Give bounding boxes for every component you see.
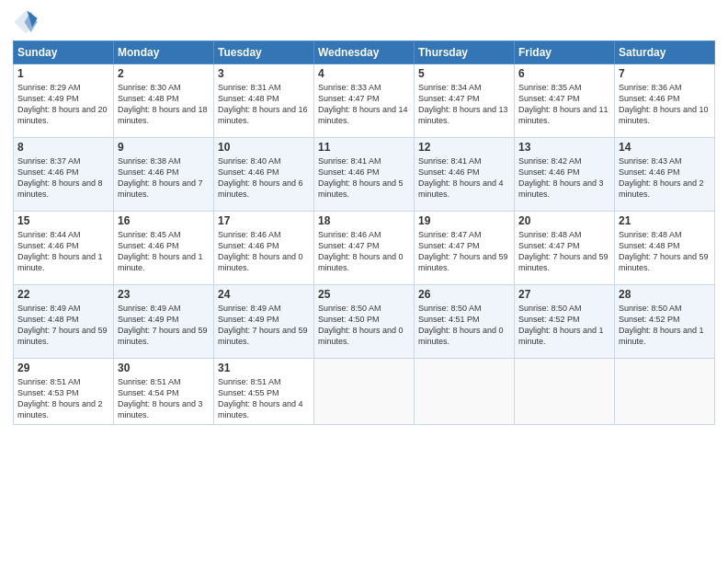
week-row-1: 1Sunrise: 8:29 AMSunset: 4:49 PMDaylight… (14, 64, 715, 138)
calendar-cell: 18Sunrise: 8:46 AMSunset: 4:47 PMDayligh… (314, 212, 415, 285)
calendar-cell: 8Sunrise: 8:37 AMSunset: 4:46 PMDaylight… (14, 138, 114, 212)
cell-info: Sunrise: 8:46 AMSunset: 4:47 PMDaylight:… (318, 229, 410, 274)
calendar-cell: 25Sunrise: 8:50 AMSunset: 4:50 PMDayligh… (314, 285, 415, 359)
cell-info: Sunrise: 8:40 AMSunset: 4:46 PMDaylight:… (218, 155, 310, 201)
day-header-sunday: Sunday (14, 41, 114, 64)
calendar-cell: 30Sunrise: 8:51 AMSunset: 4:54 PMDayligh… (114, 359, 214, 425)
day-header-row: SundayMondayTuesdayWednesdayThursdayFrid… (14, 41, 715, 64)
cell-info: Sunrise: 8:31 AMSunset: 4:48 PMDaylight:… (218, 82, 310, 127)
calendar-cell: 21Sunrise: 8:48 AMSunset: 4:48 PMDayligh… (615, 212, 715, 285)
calendar-cell (615, 359, 715, 425)
day-header-saturday: Saturday (615, 41, 715, 64)
calendar-cell: 16Sunrise: 8:45 AMSunset: 4:46 PMDayligh… (114, 212, 214, 285)
day-number: 28 (619, 288, 711, 301)
day-number: 8 (17, 141, 109, 154)
calendar-cell: 29Sunrise: 8:51 AMSunset: 4:53 PMDayligh… (14, 359, 114, 425)
calendar-cell: 2Sunrise: 8:30 AMSunset: 4:48 PMDaylight… (114, 64, 214, 138)
day-number: 29 (17, 362, 109, 374)
cell-info: Sunrise: 8:51 AMSunset: 4:55 PMDaylight:… (218, 376, 310, 421)
calendar-cell: 12Sunrise: 8:41 AMSunset: 4:46 PMDayligh… (415, 138, 515, 212)
day-number: 11 (318, 141, 410, 154)
day-number: 25 (318, 288, 410, 301)
cell-info: Sunrise: 8:50 AMSunset: 4:52 PMDaylight:… (518, 303, 610, 348)
calendar-cell: 11Sunrise: 8:41 AMSunset: 4:46 PMDayligh… (314, 138, 415, 212)
cell-info: Sunrise: 8:48 AMSunset: 4:48 PMDaylight:… (619, 229, 711, 274)
calendar-cell: 3Sunrise: 8:31 AMSunset: 4:48 PMDaylight… (214, 64, 314, 138)
cell-info: Sunrise: 8:49 AMSunset: 4:48 PMDaylight:… (17, 303, 109, 348)
day-header-thursday: Thursday (415, 41, 515, 64)
day-number: 6 (518, 67, 610, 80)
cell-info: Sunrise: 8:49 AMSunset: 4:49 PMDaylight:… (218, 303, 310, 348)
cell-info: Sunrise: 8:37 AMSunset: 4:46 PMDaylight:… (17, 155, 109, 201)
cell-info: Sunrise: 8:48 AMSunset: 4:47 PMDaylight:… (518, 229, 610, 274)
day-number: 5 (418, 67, 510, 80)
calendar-cell: 9Sunrise: 8:38 AMSunset: 4:46 PMDaylight… (114, 138, 214, 212)
calendar-cell (314, 359, 415, 425)
calendar-cell: 17Sunrise: 8:46 AMSunset: 4:46 PMDayligh… (214, 212, 314, 285)
week-row-3: 15Sunrise: 8:44 AMSunset: 4:46 PMDayligh… (14, 212, 715, 285)
week-row-5: 29Sunrise: 8:51 AMSunset: 4:53 PMDayligh… (14, 359, 715, 425)
calendar-cell: 28Sunrise: 8:50 AMSunset: 4:52 PMDayligh… (615, 285, 715, 359)
day-number: 12 (418, 141, 510, 154)
cell-info: Sunrise: 8:47 AMSunset: 4:47 PMDaylight:… (418, 229, 510, 274)
day-number: 20 (518, 214, 610, 227)
cell-info: Sunrise: 8:41 AMSunset: 4:46 PMDaylight:… (318, 155, 410, 201)
calendar-cell (515, 359, 615, 425)
calendar-cell (415, 359, 515, 425)
day-number: 26 (418, 288, 510, 301)
day-number: 4 (318, 67, 410, 80)
day-number: 24 (218, 288, 310, 301)
day-number: 17 (218, 214, 310, 227)
day-number: 7 (619, 67, 711, 80)
day-number: 30 (118, 362, 210, 374)
cell-info: Sunrise: 8:41 AMSunset: 4:46 PMDaylight:… (418, 155, 510, 201)
calendar-cell: 7Sunrise: 8:36 AMSunset: 4:46 PMDaylight… (615, 64, 715, 138)
day-header-wednesday: Wednesday (314, 41, 415, 64)
calendar-cell: 10Sunrise: 8:40 AMSunset: 4:46 PMDayligh… (214, 138, 314, 212)
cell-info: Sunrise: 8:51 AMSunset: 4:53 PMDaylight:… (17, 376, 109, 421)
day-number: 1 (17, 67, 109, 80)
calendar-cell: 4Sunrise: 8:33 AMSunset: 4:47 PMDaylight… (314, 64, 415, 138)
day-number: 16 (118, 214, 210, 227)
calendar-cell: 13Sunrise: 8:42 AMSunset: 4:46 PMDayligh… (515, 138, 615, 212)
cell-info: Sunrise: 8:35 AMSunset: 4:47 PMDaylight:… (518, 82, 610, 127)
calendar-cell: 6Sunrise: 8:35 AMSunset: 4:47 PMDaylight… (515, 64, 615, 138)
cell-info: Sunrise: 8:50 AMSunset: 4:52 PMDaylight:… (619, 303, 711, 348)
cell-info: Sunrise: 8:46 AMSunset: 4:46 PMDaylight:… (218, 229, 310, 274)
day-number: 14 (619, 141, 711, 154)
day-number: 19 (418, 214, 510, 227)
day-number: 27 (518, 288, 610, 301)
cell-info: Sunrise: 8:42 AMSunset: 4:46 PMDaylight:… (518, 155, 610, 201)
day-number: 2 (118, 67, 210, 80)
cell-info: Sunrise: 8:38 AMSunset: 4:46 PMDaylight:… (118, 155, 210, 201)
logo (13, 9, 42, 35)
calendar-cell: 23Sunrise: 8:49 AMSunset: 4:49 PMDayligh… (114, 285, 214, 359)
calendar-cell: 24Sunrise: 8:49 AMSunset: 4:49 PMDayligh… (214, 285, 314, 359)
week-row-4: 22Sunrise: 8:49 AMSunset: 4:48 PMDayligh… (14, 285, 715, 359)
day-number: 9 (118, 141, 210, 154)
cell-info: Sunrise: 8:36 AMSunset: 4:46 PMDaylight:… (619, 82, 711, 127)
day-number: 21 (619, 214, 711, 227)
day-number: 22 (17, 288, 109, 301)
week-row-2: 8Sunrise: 8:37 AMSunset: 4:46 PMDaylight… (14, 138, 715, 212)
day-number: 3 (218, 67, 310, 80)
calendar-page: SundayMondayTuesdayWednesdayThursdayFrid… (0, 0, 728, 563)
calendar-table: SundayMondayTuesdayWednesdayThursdayFrid… (13, 40, 715, 425)
day-header-tuesday: Tuesday (214, 41, 314, 64)
cell-info: Sunrise: 8:43 AMSunset: 4:46 PMDaylight:… (619, 155, 711, 201)
day-number: 18 (318, 214, 410, 227)
cell-info: Sunrise: 8:50 AMSunset: 4:51 PMDaylight:… (418, 303, 510, 348)
calendar-cell: 20Sunrise: 8:48 AMSunset: 4:47 PMDayligh… (515, 212, 615, 285)
cell-info: Sunrise: 8:50 AMSunset: 4:50 PMDaylight:… (318, 303, 410, 348)
cell-info: Sunrise: 8:34 AMSunset: 4:47 PMDaylight:… (418, 82, 510, 127)
calendar-cell: 15Sunrise: 8:44 AMSunset: 4:46 PMDayligh… (14, 212, 114, 285)
cell-info: Sunrise: 8:45 AMSunset: 4:46 PMDaylight:… (118, 229, 210, 274)
calendar-cell: 27Sunrise: 8:50 AMSunset: 4:52 PMDayligh… (515, 285, 615, 359)
day-header-monday: Monday (114, 41, 214, 64)
calendar-cell: 5Sunrise: 8:34 AMSunset: 4:47 PMDaylight… (415, 64, 515, 138)
day-number: 15 (17, 214, 109, 227)
day-header-friday: Friday (515, 41, 615, 64)
cell-info: Sunrise: 8:51 AMSunset: 4:54 PMDaylight:… (118, 376, 210, 421)
day-number: 23 (118, 288, 210, 301)
day-number: 13 (518, 141, 610, 154)
